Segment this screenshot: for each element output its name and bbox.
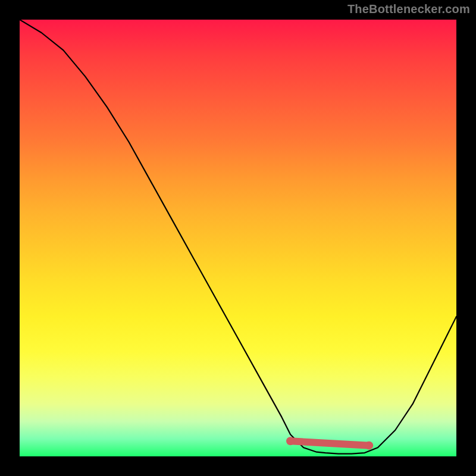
plot-area — [20, 20, 456, 456]
curve-overlay — [20, 20, 456, 456]
optimal-range-segment — [290, 441, 369, 445]
bottleneck-curve — [20, 20, 456, 454]
chart-outer: TheBottleneсker.com — [0, 0, 476, 476]
watermark-text: TheBottleneсker.com — [347, 2, 470, 16]
optimal-range-dot — [365, 441, 373, 450]
optimal-range-dot — [286, 437, 295, 445]
